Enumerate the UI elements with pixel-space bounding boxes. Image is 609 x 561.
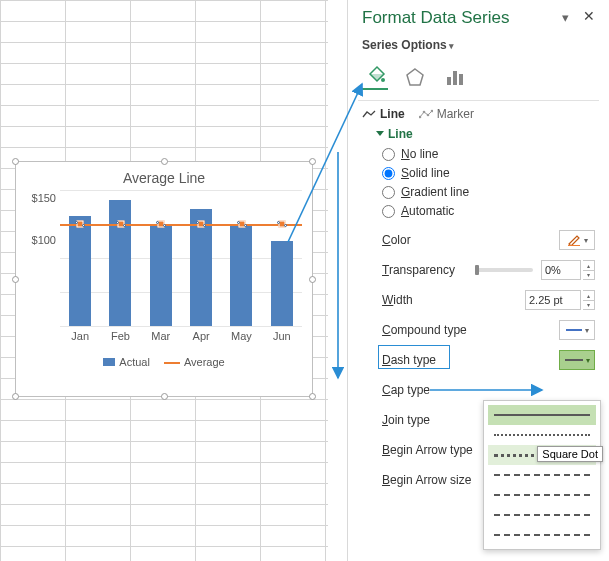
line-marker-subtabs: Line Marker [362,107,595,121]
dash-option-long-dash-dot[interactable] [488,525,596,545]
y-tick-label: $150 [20,192,56,204]
color-picker-button[interactable]: ▾ [559,230,595,250]
dash-preview-icon [565,359,583,361]
chart-title[interactable]: Average Line [16,162,312,190]
bar-jan[interactable] [69,216,91,327]
dash-option-solid[interactable] [488,405,596,425]
line-section-header[interactable]: Line [376,127,595,141]
legend-label: Average [184,356,225,368]
radio-gradient-line[interactable]: Gradient line [382,185,595,199]
category-tabs [362,64,595,90]
legend-item-actual[interactable]: Actual [103,356,150,368]
transparency-spinner[interactable]: ▴▾ [583,260,595,280]
pane-title: Format Data Series [362,8,509,27]
series-selection-handle[interactable] [75,221,85,227]
task-pane-options-button[interactable]: ▾ [562,10,569,25]
series-options-label: Series Options [362,38,447,52]
bar-feb[interactable] [109,200,131,326]
x-tick-label: Feb [100,330,140,342]
fill-and-line-tab[interactable] [362,64,388,90]
svg-point-6 [426,114,429,117]
dash-type-menu[interactable] [483,400,601,550]
x-tick-label: Mar [141,330,181,342]
line-subtab-label: Line [380,107,405,121]
legend-item-average[interactable]: Average [164,356,225,368]
bar-series[interactable] [60,190,302,326]
series-selection-handle[interactable] [277,221,287,227]
bar-chart-icon [445,67,465,87]
radio-no-line[interactable]: No line [382,147,595,161]
x-tick-label: Apr [181,330,221,342]
average-line-series[interactable] [60,224,302,226]
series-options-dropdown[interactable]: Series Options▾ [362,38,595,52]
dash-option-long-dash[interactable] [488,505,596,525]
svg-rect-2 [453,71,457,85]
dash-option-dash-dot[interactable] [488,485,596,505]
bar-jun[interactable] [271,241,293,326]
embedded-chart[interactable]: Average Line $150 $100 Jan Feb Mar Apr [15,161,313,397]
svg-rect-8 [568,245,580,246]
dash-option-dash[interactable] [488,465,596,485]
series-selection-handle[interactable] [156,221,166,227]
transparency-value[interactable]: 0% [541,260,581,280]
chevron-down-icon: ▾ [449,41,454,51]
x-tick-label: Jun [262,330,302,342]
compound-line-icon [566,326,582,334]
line-subtab[interactable]: Line [362,107,405,121]
dash-option-tooltip: Square Dot [537,446,603,462]
effects-tab[interactable] [402,64,428,90]
x-axis-labels: Jan Feb Mar Apr May Jun [60,330,302,342]
dash-option-round-dot[interactable] [488,425,596,445]
y-tick-label: $100 [20,234,56,246]
radio-automatic[interactable]: Automatic [382,204,595,218]
dash-type-callout-highlight [378,345,450,369]
chart-plot-area[interactable]: $150 $100 [60,190,302,326]
prop-color: Color ▾ [382,228,595,252]
bar-mar[interactable] [150,224,172,326]
pentagon-icon [405,67,425,87]
transparency-slider[interactable] [477,268,533,272]
width-value[interactable]: 2.25 pt [525,290,581,310]
series-selection-handle[interactable] [237,221,247,227]
compound-type-button[interactable]: ▾ [559,320,595,340]
line-type-radios: No line Solid line Gradient line Automat… [382,147,595,218]
series-selection-handle[interactable] [116,221,126,227]
pencil-icon [567,234,581,246]
svg-rect-1 [447,77,451,85]
chart-legend[interactable]: Actual Average [16,356,312,368]
prop-transparency: Transparency 0% ▴▾ [382,258,595,282]
paint-bucket-icon [364,65,386,87]
marker-subtab-icon [419,109,433,119]
svg-point-0 [381,78,385,82]
radio-solid-line[interactable]: Solid line [382,166,595,180]
spreadsheet-grid: Average Line $150 $100 Jan Feb Mar Apr [0,0,328,561]
svg-rect-3 [459,74,463,85]
series-selection-handle[interactable] [196,221,206,227]
legend-label: Actual [119,356,150,368]
triangle-down-icon [376,131,384,136]
series-options-tab[interactable] [442,64,468,90]
legend-swatch-bar-icon [103,358,115,366]
line-subtab-icon [362,109,376,119]
prop-cap-type: Cap type [382,378,595,402]
prop-compound-type: Compound type ▾ [382,318,595,342]
prop-width: Width 2.25 pt ▴▾ [382,288,595,312]
close-pane-button[interactable]: ✕ [583,8,595,24]
dash-type-button[interactable]: ▾ [559,350,595,370]
legend-swatch-line-icon [164,362,180,364]
prop-dash-type: Dash type ▾ [382,348,595,372]
x-tick-label: May [221,330,261,342]
x-tick-label: Jan [60,330,100,342]
bar-may[interactable] [230,224,252,326]
marker-subtab-label: Marker [437,107,474,121]
svg-point-5 [422,111,425,114]
width-spinner[interactable]: ▴▾ [583,290,595,310]
marker-subtab[interactable]: Marker [419,107,474,121]
